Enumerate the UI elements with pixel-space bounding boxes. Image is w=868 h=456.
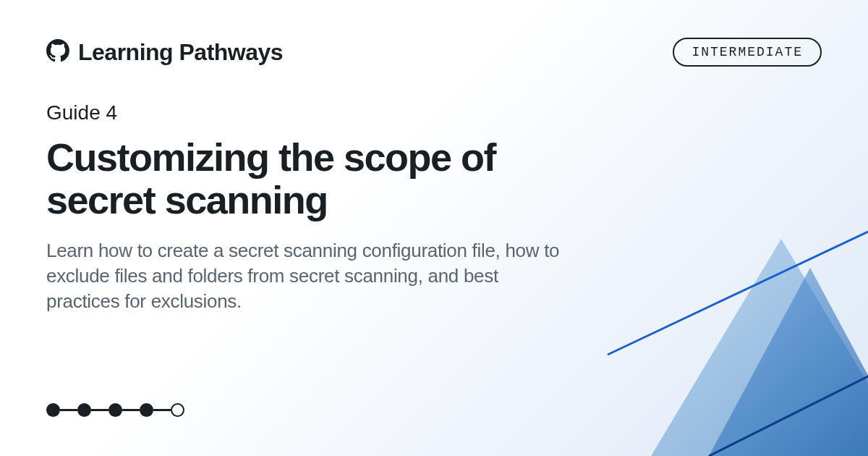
- brand-name: Learning Pathways: [78, 39, 283, 66]
- progress-step-1: [46, 403, 60, 417]
- progress-connector: [153, 409, 171, 411]
- progress-connector: [60, 409, 77, 411]
- page-title: Customizing the scope of secret scanning: [46, 136, 553, 222]
- svg-line-3: [709, 355, 868, 456]
- progress-step-5: [171, 403, 184, 417]
- level-badge: INTERMEDIATE: [673, 38, 822, 67]
- brand: Learning Pathways: [46, 39, 283, 66]
- content: Guide 4 Customizing the scope of secret …: [0, 67, 868, 314]
- progress-indicator: [46, 403, 184, 417]
- progress-connector: [122, 409, 140, 411]
- header: Learning Pathways INTERMEDIATE: [0, 0, 868, 67]
- progress-connector: [91, 409, 109, 411]
- github-icon: [46, 39, 69, 65]
- progress-step-4: [140, 403, 153, 417]
- progress-step-3: [109, 403, 122, 417]
- progress-step-2: [77, 403, 91, 417]
- description: Learn how to create a secret scanning co…: [46, 238, 567, 314]
- guide-label: Guide 4: [46, 101, 822, 124]
